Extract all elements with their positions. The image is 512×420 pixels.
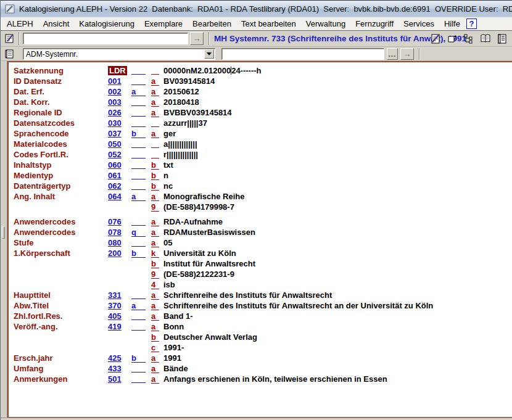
field-indicators[interactable]: a <box>131 86 151 97</box>
field-tag-text[interactable]: 078 <box>108 228 122 237</box>
menu-bearbeiten[interactable]: Bearbeiten <box>188 18 236 30</box>
field-tag[interactable]: 370 <box>108 300 131 311</box>
field-indicators[interactable] <box>131 139 151 149</box>
field-indicators[interactable] <box>131 65 151 76</box>
subfield-code-value[interactable] <box>151 149 159 159</box>
subfield-code[interactable] <box>151 118 163 128</box>
field-value[interactable]: 1991 <box>163 353 512 363</box>
field-tag[interactable]: 331 <box>108 290 131 300</box>
field-tag-text[interactable]: 419 <box>108 322 122 331</box>
subfield-code-value[interactable]: a <box>151 374 159 384</box>
subfield-code[interactable]: a <box>151 300 163 311</box>
field-tag[interactable]: 080 <box>108 237 131 248</box>
field-tag[interactable]: 200 <box>108 248 131 258</box>
field-indicators[interactable] <box>131 311 151 321</box>
indicator-value[interactable] <box>131 65 146 75</box>
field-tag[interactable]: 078 <box>108 227 131 237</box>
menu-services[interactable]: Services <box>398 18 439 30</box>
subfield-code-value[interactable]: a <box>151 311 159 321</box>
field-value[interactable]: 05 <box>163 237 512 248</box>
field-tag-text[interactable]: 405 <box>108 311 122 321</box>
subfield-code[interactable]: b <box>151 181 163 191</box>
field-indicators[interactable]: q <box>131 227 151 237</box>
field-tag-text[interactable]: 433 <box>108 364 122 373</box>
indicator-value[interactable] <box>131 181 146 190</box>
field-value[interactable]: BV039145814 <box>163 76 512 86</box>
field-tag[interactable]: LDR <box>108 65 131 76</box>
field-value[interactable]: 20150612 <box>163 86 512 97</box>
field-indicators[interactable] <box>131 107 151 118</box>
subfield-code[interactable]: a <box>151 237 163 248</box>
record-editor-panel[interactable]: SatzkennungLDR00000nM2.01200024------hID… <box>7 61 512 418</box>
subfield-code[interactable]: a <box>151 128 163 139</box>
field-tag[interactable]: 050 <box>108 139 131 149</box>
indicator-value[interactable] <box>131 118 146 127</box>
field-indicators[interactable] <box>131 290 151 300</box>
field-value[interactable]: Monografische Reihe <box>163 191 512 202</box>
field-tag-text[interactable]: 080 <box>108 238 122 247</box>
field-indicators[interactable]: b <box>131 353 151 363</box>
subfield-code[interactable]: c <box>151 342 163 353</box>
field-indicators[interactable] <box>131 321 151 332</box>
field-tag[interactable]: 501 <box>108 374 131 384</box>
subfield-code-value[interactable]: 9 <box>151 202 159 212</box>
indicator-value[interactable] <box>131 321 146 331</box>
indicator-value[interactable] <box>131 363 146 373</box>
subfield-code-value[interactable] <box>151 65 159 75</box>
field-value[interactable]: ger <box>163 128 512 139</box>
field-value[interactable]: Bonn <box>163 321 512 332</box>
subfield-code[interactable]: b <box>151 258 163 269</box>
subfield-code-value[interactable]: b <box>151 171 159 180</box>
field-tag-text[interactable]: 076 <box>108 217 122 226</box>
field-value[interactable]: a||||||||||||| <box>163 139 512 149</box>
subfield-code-value[interactable]: b <box>151 332 159 342</box>
field-tag[interactable]: 061 <box>108 170 131 181</box>
field-tag-text[interactable]: 060 <box>108 160 122 170</box>
field-indicators[interactable] <box>131 216 151 227</box>
search-type-select[interactable]: ADM-Systemnr. <box>23 48 215 60</box>
field-tag-text[interactable]: 050 <box>108 139 122 149</box>
field-tag[interactable]: 060 <box>108 160 131 170</box>
field-tag-text[interactable]: 062 <box>108 181 122 191</box>
subfield-code[interactable]: a <box>151 76 163 86</box>
indicator-value[interactable] <box>131 149 146 159</box>
record-search-input[interactable] <box>23 33 188 44</box>
field-value[interactable]: 00000nM2.01200024------h <box>163 65 512 76</box>
subfield-code[interactable]: a <box>151 311 163 321</box>
field-tag[interactable]: 037 <box>108 128 131 139</box>
field-value[interactable]: Anfangs erschienen in Köln, teilweise er… <box>163 374 512 384</box>
field-value[interactable]: Deutscher Anwalt Verlag <box>163 332 512 342</box>
field-value[interactable]: r|||||||||||||| <box>163 149 512 160</box>
indicator-value[interactable] <box>131 170 146 179</box>
subfield-code[interactable]: 9 <box>151 269 163 279</box>
subfield-code-value[interactable] <box>151 139 159 148</box>
indicator-value[interactable]: b <box>131 353 146 363</box>
help-question-icon[interactable]: ? <box>466 19 477 29</box>
subfield-code-value[interactable]: 9 <box>151 270 159 279</box>
field-indicators[interactable] <box>131 76 151 86</box>
subfield-code-value[interactable]: a <box>151 217 159 226</box>
field-indicators[interactable] <box>131 160 151 170</box>
indicator-value[interactable] <box>131 160 146 169</box>
menu-fernzugriff[interactable]: Fernzugriff <box>350 18 398 30</box>
subfield-code[interactable]: a <box>151 353 163 363</box>
subfield-code[interactable]: b <box>151 160 163 170</box>
subfield-code-value[interactable]: b <box>151 181 159 191</box>
subfield-code-value[interactable]: c <box>151 343 159 352</box>
field-value[interactable]: (DE-588)2122231-9 <box>163 269 512 279</box>
subfield-code-value[interactable]: a <box>151 76 159 86</box>
field-tag[interactable]: 405 <box>108 311 131 321</box>
menu-exemplare[interactable]: Exemplare <box>139 18 188 30</box>
indicator-value[interactable] <box>131 139 146 148</box>
field-indicators[interactable] <box>131 363 151 374</box>
subfield-code-value[interactable]: b <box>151 160 159 170</box>
field-tag[interactable]: 425 <box>108 353 131 363</box>
field-value[interactable]: Schriftenreihe des Instituts für Anwalts… <box>163 290 512 300</box>
field-value[interactable]: nc <box>163 181 512 191</box>
subfield-code[interactable]: b <box>151 170 163 181</box>
field-tag[interactable]: 002 <box>108 86 131 97</box>
admin-search-input[interactable] <box>221 48 384 60</box>
indicator-value[interactable] <box>131 97 146 106</box>
field-tag[interactable]: 076 <box>108 216 131 227</box>
field-tag[interactable]: 052 <box>108 149 131 160</box>
